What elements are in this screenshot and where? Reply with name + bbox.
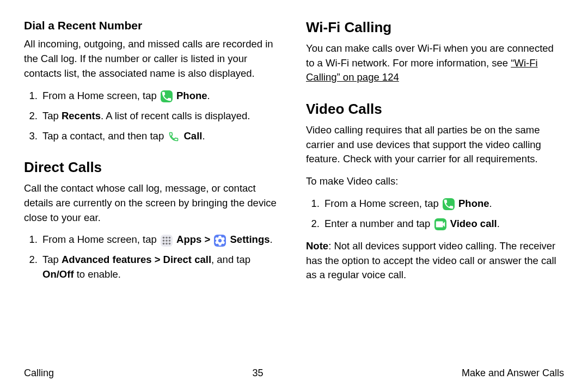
svg-point-0 (163, 236, 165, 238)
steps-dial-recent: From a Home screen, tap Phone. Tap Recen… (24, 89, 282, 143)
paragraph: Call the contact whose call log, message… (24, 181, 282, 225)
label-recents: Recents (62, 110, 101, 121)
footer-page-number: 35 (252, 367, 263, 379)
text: . (497, 218, 500, 229)
apps-icon (161, 235, 173, 247)
text: to enable. (74, 268, 121, 280)
svg-point-7 (166, 242, 168, 244)
paragraph: Video calling requires that all parties … (306, 123, 564, 167)
step-3: Tap a contact, and then tap Call. (40, 129, 282, 144)
label-video-call: Video call (450, 218, 497, 229)
footer-left: Calling (24, 367, 54, 379)
step-1: From a Home screen, tap Phone. (322, 197, 564, 211)
label-apps: Apps (176, 234, 201, 245)
step-1: From a Home screen, tap Apps > Settings. (40, 232, 282, 247)
left-column: Dial a Recent Number All incoming, outgo… (24, 17, 282, 362)
step-1: From a Home screen, tap Phone. (40, 89, 282, 103)
svg-point-8 (169, 242, 171, 244)
caret-icon: > (204, 234, 213, 245)
steps-video-calls: From a Home screen, tap Phone. Enter a n… (306, 197, 564, 231)
phone-icon (443, 198, 455, 210)
label-settings: Settings (230, 234, 270, 245)
label-phone: Phone (458, 198, 489, 209)
text: From a Home screen, tap (324, 198, 442, 209)
settings-icon (214, 235, 226, 247)
right-column: Wi-Fi Calling You can make calls over Wi… (306, 17, 564, 362)
svg-point-6 (163, 242, 165, 244)
text: Tap (42, 110, 62, 121)
paragraph: You can make calls over Wi-Fi when you a… (306, 41, 564, 85)
text: . (270, 234, 273, 245)
svg-point-3 (163, 240, 165, 242)
heading-dial-recent: Dial a Recent Number (24, 17, 282, 34)
text: . (202, 130, 205, 142)
label-call: Call (183, 130, 202, 142)
paragraph: To make Video calls: (306, 174, 564, 189)
label-onoff: On/Off (42, 268, 74, 280)
step-2: Enter a number and tap Video call. (322, 217, 564, 231)
text: . A list of recent calls is displayed. (101, 110, 250, 121)
text: , and tap (211, 254, 250, 265)
footer-right: Make and Answer Calls (462, 367, 564, 379)
text: . (489, 198, 492, 209)
heading-video-calls: Video Calls (306, 99, 564, 120)
text: From a Home screen, tap (42, 90, 160, 101)
call-outline-icon (168, 131, 180, 143)
label-note: Note (306, 240, 328, 252)
label-adv-features: Advanced features > Direct call (62, 254, 211, 265)
text: Tap a contact, and then tap (42, 130, 167, 142)
note-paragraph: Note: Not all devices support video call… (306, 239, 564, 283)
video-call-icon (434, 218, 446, 230)
label-phone: Phone (176, 90, 207, 101)
text: Tap (42, 254, 62, 265)
two-column-layout: Dial a Recent Number All incoming, outgo… (24, 17, 564, 362)
heading-wifi-calling: Wi-Fi Calling (306, 17, 564, 38)
text: . (207, 90, 210, 101)
heading-direct-calls: Direct Calls (24, 157, 282, 178)
phone-icon (161, 90, 173, 102)
text: From a Home screen, tap (42, 234, 160, 245)
svg-point-5 (169, 240, 171, 242)
page-footer: Calling 35 Make and Answer Calls (24, 367, 564, 379)
paragraph: All incoming, outgoing, and missed calls… (24, 37, 282, 81)
step-2: Tap Recents. A list of recent calls is d… (40, 109, 282, 124)
svg-point-4 (166, 240, 168, 242)
text: : Not all devices support video calling.… (306, 240, 556, 281)
svg-point-1 (166, 236, 168, 238)
text: Enter a number and tap (324, 218, 433, 229)
steps-direct-calls: From a Home screen, tap Apps > Settings.… (24, 232, 282, 281)
manual-page: Dial a Recent Number All incoming, outgo… (0, 0, 588, 392)
step-2: Tap Advanced features > Direct call, and… (40, 253, 282, 282)
svg-point-2 (169, 236, 171, 238)
